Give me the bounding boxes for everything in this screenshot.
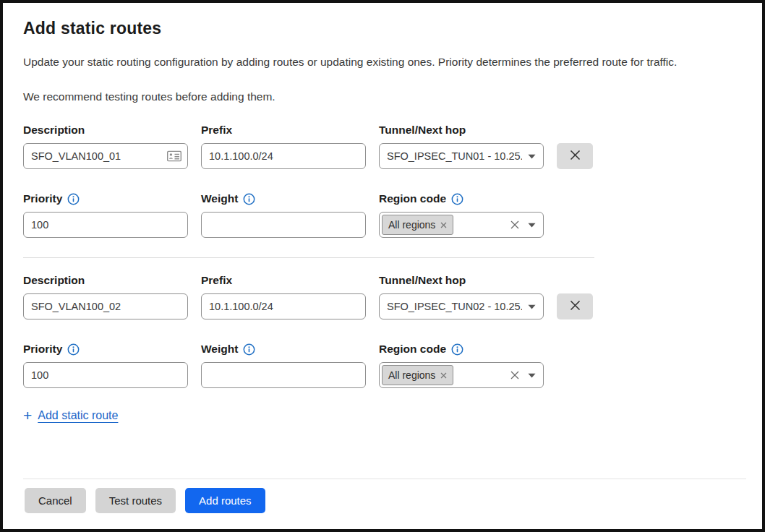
chevron-down-icon xyxy=(528,304,536,309)
region-multiselect[interactable]: All regions xyxy=(379,212,544,238)
dialog-footer: Cancel Test routes Add routes xyxy=(23,479,746,529)
remove-route-button[interactable] xyxy=(557,293,593,319)
route-group-1: Description xyxy=(23,124,742,238)
prefix-label: Prefix xyxy=(201,124,366,137)
page-title: Add static routes xyxy=(23,19,742,38)
add-static-route-link-label: Add static route xyxy=(38,409,118,422)
region-chip-label: All regions xyxy=(388,369,435,381)
info-icon[interactable] xyxy=(243,343,255,356)
weight-input[interactable] xyxy=(201,362,366,388)
weight-input[interactable] xyxy=(201,212,366,238)
prefix-input[interactable] xyxy=(201,143,366,169)
priority-label-text: Priority xyxy=(23,192,62,205)
prefix-input[interactable] xyxy=(201,293,366,319)
add-static-route-link[interactable]: + Add static route xyxy=(23,408,118,423)
clear-selection-icon[interactable] xyxy=(510,220,519,229)
weight-label-text: Weight xyxy=(201,192,238,205)
tunnel-label: Tunnel/Next hop xyxy=(379,274,544,287)
description-input[interactable] xyxy=(23,293,188,319)
priority-field-group: Priority xyxy=(23,343,188,388)
priority-label: Priority xyxy=(23,192,188,205)
tunnel-select[interactable]: SFO_IPSEC_TUN02 - 10.25... xyxy=(379,293,544,319)
priority-label-text: Priority xyxy=(23,343,62,356)
description-input[interactable] xyxy=(23,143,188,169)
priority-label: Priority xyxy=(23,343,188,356)
region-field-group: Region code All regions xyxy=(379,192,544,238)
chip-remove-icon[interactable] xyxy=(440,222,447,228)
description-field-group: Description xyxy=(23,124,188,169)
close-icon xyxy=(570,150,581,163)
close-icon xyxy=(570,300,581,313)
info-icon[interactable] xyxy=(451,193,463,205)
weight-field-group: Weight xyxy=(201,192,366,238)
region-label-text: Region code xyxy=(379,343,446,356)
prefix-label: Prefix xyxy=(201,274,366,287)
chip-remove-icon[interactable] xyxy=(440,372,447,379)
priority-field-group: Priority xyxy=(23,192,188,238)
add-static-routes-dialog: Add static routes Update your static rou… xyxy=(0,0,765,532)
weight-label-text: Weight xyxy=(201,343,238,356)
region-label: Region code xyxy=(379,192,544,205)
info-icon[interactable] xyxy=(67,193,80,205)
cancel-button[interactable]: Cancel xyxy=(25,488,86,513)
region-chip-label: All regions xyxy=(388,219,435,231)
region-label: Region code xyxy=(379,343,544,356)
description-field-group: Description xyxy=(23,274,188,319)
info-icon[interactable] xyxy=(451,343,463,356)
info-icon[interactable] xyxy=(243,193,255,205)
priority-input[interactable] xyxy=(23,212,188,238)
region-field-group: Region code All regions xyxy=(379,343,544,388)
contact-card-icon xyxy=(167,151,181,162)
chevron-down-icon xyxy=(528,154,536,159)
dialog-intro-text: Update your static routing configuration… xyxy=(23,54,742,69)
chevron-down-icon xyxy=(528,223,536,228)
tunnel-select-value: SFO_IPSEC_TUN01 - 10.25... xyxy=(387,150,522,162)
prefix-field-group: Prefix xyxy=(201,274,366,319)
region-chip[interactable]: All regions xyxy=(382,215,453,235)
weight-field-group: Weight xyxy=(201,343,366,388)
test-routes-button[interactable]: Test routes xyxy=(95,488,176,513)
info-icon[interactable] xyxy=(67,343,80,356)
region-multiselect[interactable]: All regions xyxy=(379,362,544,388)
dialog-note-text: We recommend testing routes before addin… xyxy=(23,89,742,104)
add-routes-button[interactable]: Add routes xyxy=(185,488,265,513)
chevron-down-icon xyxy=(528,373,536,378)
tunnel-field-group: Tunnel/Next hop SFO_IPSEC_TUN02 - 10.25.… xyxy=(379,274,544,319)
region-label-text: Region code xyxy=(379,192,446,205)
tunnel-label: Tunnel/Next hop xyxy=(379,124,544,137)
route-group-divider xyxy=(23,257,594,258)
tunnel-select[interactable]: SFO_IPSEC_TUN01 - 10.25... xyxy=(379,143,544,169)
tunnel-field-group: Tunnel/Next hop SFO_IPSEC_TUN01 - 10.25.… xyxy=(379,124,544,169)
weight-label: Weight xyxy=(201,192,366,205)
remove-route-button[interactable] xyxy=(557,143,593,169)
description-label: Description xyxy=(23,124,188,137)
route-group-2: Description Prefix Tunnel/Next hop SFO_I… xyxy=(23,274,742,388)
description-label: Description xyxy=(23,274,188,287)
clear-selection-icon[interactable] xyxy=(510,371,519,379)
prefix-field-group: Prefix xyxy=(201,124,366,169)
tunnel-select-value: SFO_IPSEC_TUN02 - 10.25... xyxy=(387,301,522,312)
region-chip[interactable]: All regions xyxy=(382,365,453,385)
priority-input[interactable] xyxy=(23,362,188,388)
plus-icon: + xyxy=(23,408,32,423)
weight-label: Weight xyxy=(201,343,366,356)
